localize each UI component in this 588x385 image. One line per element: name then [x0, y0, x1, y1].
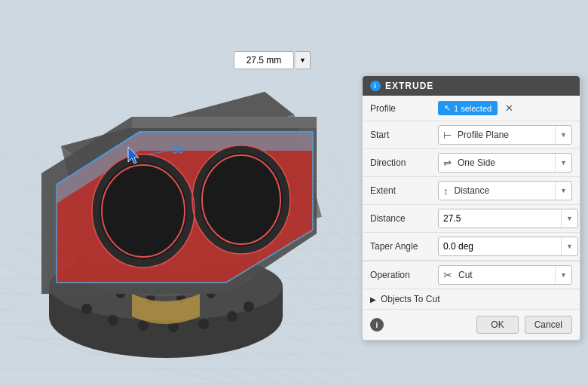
taper-angle-dropdown-arrow[interactable]: ▼ — [561, 237, 577, 255]
svg-point-70 — [202, 155, 280, 244]
operation-row: Operation ✂ Cut ▼ — [363, 261, 580, 289]
distance-control: 27.5 ▼ — [438, 209, 578, 228]
footer-buttons: OK Cancel — [476, 316, 572, 334]
extent-label: Extent — [370, 185, 438, 196]
direction-dropdown-arrow[interactable]: ▼ — [555, 154, 571, 172]
svg-point-56 — [227, 311, 237, 322]
operation-dropdown[interactable]: ✂ Cut ▼ — [438, 265, 572, 285]
profile-control: ↖ 1 selected ✕ — [438, 101, 572, 115]
svg-point-67 — [102, 165, 185, 257]
operation-control: ✂ Cut ▼ — [438, 265, 572, 285]
direction-label: Direction — [370, 157, 438, 168]
profile-label: Profile — [370, 103, 438, 114]
operation-dropdown-arrow[interactable]: ▼ — [555, 266, 571, 284]
start-control: ⊢ Profile Plane ▼ — [438, 125, 572, 145]
taper-angle-input[interactable]: 0.0 deg — [439, 241, 561, 252]
profile-selected-button[interactable]: ↖ 1 selected — [438, 101, 498, 115]
panel-header: i EXTRUDE — [363, 76, 580, 96]
svg-point-53 — [138, 320, 149, 331]
distance-top-input-group[interactable]: 27.5 mm ▼ — [234, 51, 311, 69]
direction-row: Direction ⇌ One Side ▼ — [363, 149, 580, 177]
start-value: Profile Plane — [456, 130, 555, 140]
ok-button[interactable]: OK — [476, 316, 518, 334]
objects-to-cut-label: Objects To Cut — [381, 294, 439, 304]
extent-icon: ↕ — [439, 185, 453, 197]
distance-input-wrapper[interactable]: 27.5 ▼ — [438, 209, 578, 228]
taper-angle-input-wrapper[interactable]: 0.0 deg ▼ — [438, 237, 578, 256]
direction-control: ⇌ One Side ▼ — [438, 153, 572, 173]
panel-footer: i OK Cancel — [363, 310, 580, 340]
operation-label: Operation — [370, 270, 438, 280]
panel-title: EXTRUDE — [385, 81, 433, 91]
distance-dropdown-arrow[interactable]: ▼ — [561, 209, 577, 228]
profile-row: Profile ↖ 1 selected ✕ — [363, 96, 580, 121]
footer-info-icon[interactable]: i — [370, 318, 384, 332]
expand-triangle-icon: ▶ — [370, 295, 376, 304]
direction-value: One Side — [456, 157, 555, 168]
profile-selected-text: 1 selected — [454, 104, 492, 113]
taper-angle-label: Taper Angle — [370, 241, 438, 252]
svg-point-57 — [243, 301, 254, 312]
operation-value: Cut — [457, 270, 555, 280]
svg-text:50: 50 — [172, 144, 184, 156]
objects-to-cut-row[interactable]: ▶ Objects To Cut — [363, 289, 580, 310]
extent-value: Distance — [453, 185, 556, 196]
distance-row: Distance 27.5 ▼ — [363, 205, 580, 233]
taper-angle-row: Taper Angle 0.0 deg ▼ — [363, 233, 580, 261]
cursor-icon: ↖ — [444, 103, 451, 113]
extent-row: Extent ↕ Distance ▼ — [363, 177, 580, 205]
direction-icon: ⇌ — [439, 157, 456, 169]
taper-angle-control: 0.0 deg ▼ — [438, 237, 578, 256]
svg-point-55 — [198, 319, 209, 329]
distance-label: Distance — [370, 213, 438, 224]
direction-dropdown[interactable]: ⇌ One Side ▼ — [438, 153, 572, 173]
extent-dropdown[interactable]: ↕ Distance ▼ — [438, 181, 572, 200]
cancel-button[interactable]: Cancel — [525, 316, 572, 334]
start-row: Start ⊢ Profile Plane ▼ — [363, 121, 580, 149]
start-icon: ⊢ — [439, 130, 456, 141]
start-label: Start — [370, 130, 438, 140]
profile-close-button[interactable]: ✕ — [504, 102, 515, 114]
start-dropdown-arrow[interactable]: ▼ — [555, 126, 571, 144]
panel-header-icon: i — [370, 81, 381, 91]
svg-point-51 — [81, 304, 92, 314]
svg-point-52 — [108, 315, 118, 325]
extent-dropdown-arrow[interactable]: ▼ — [555, 182, 571, 200]
start-dropdown[interactable]: ⊢ Profile Plane ▼ — [438, 125, 572, 145]
distance-input[interactable]: 27.5 — [439, 213, 561, 224]
extrude-panel: i EXTRUDE Profile ↖ 1 selected ✕ Start ⊢… — [362, 75, 580, 341]
extent-control: ↕ Distance ▼ — [438, 181, 572, 200]
distance-top-input[interactable]: 27.5 mm — [234, 51, 294, 69]
distance-top-dropdown[interactable]: ▼ — [296, 51, 311, 69]
cut-icon: ✂ — [439, 269, 457, 281]
